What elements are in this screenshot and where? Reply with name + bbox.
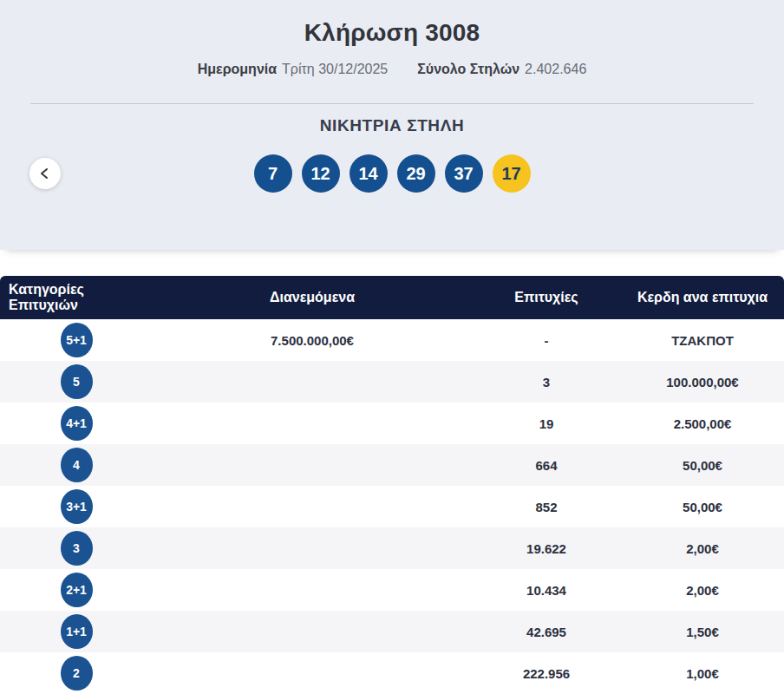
table-row: 4+1192.500,00€ [0,403,784,444]
date-label: Ημερομηνία [198,62,277,76]
draw-meta: ΗμερομηνίαΤρίτη 30/12/2025Σύνολο Στηλών2… [0,61,784,77]
category-cell: 2+1 [0,573,153,607]
table-body: 5+17.500.000,00€-ΤΖΑΚΠΟΤ53100.000,00€4+1… [0,319,784,694]
category-cell: 3+1 [0,489,153,524]
table-row: 2+110.4342,00€ [0,569,784,611]
winners-cell: 42.695 [472,625,621,639]
winners-cell: 10.434 [472,583,621,598]
total-columns-label: Σύνολο Στηλών [417,62,519,76]
chevron-left-icon [37,166,53,181]
table-row: 5+17.500.000,00€-ΤΖΑΚΠΟΤ [0,319,784,361]
table-header-cell: Κατηγορίες Επιτυχιών [0,282,153,313]
table-header-row: Κατηγορίες ΕπιτυχιώνΔιανεμόμεναΕπιτυχίες… [0,276,784,319]
winners-cell: - [472,333,621,348]
category-badge: 3+1 [61,489,93,524]
date-value: Τρίτη 30/12/2025 [282,62,388,76]
table-row: 2222.9561,00€ [0,652,784,694]
table-row: 3+185250,00€ [0,486,784,527]
previous-draw-button[interactable] [29,158,61,189]
winning-column-heading: ΝΙΚΗΤΡΙΑ ΣΤΗΛΗ [0,117,784,134]
table-row: 319.6222,00€ [0,527,784,569]
prize-cell: ΤΖΑΚΠΟΤ [621,333,784,348]
divider [30,103,754,104]
category-badge: 4+1 [61,406,93,441]
winners-cell: 664 [472,458,621,473]
prize-cell: 50,00€ [621,458,784,473]
table-row: 53100.000,00€ [0,361,784,403]
distributed-cell: 7.500.000,00€ [153,333,472,348]
winners-cell: 222.956 [472,666,621,681]
winning-number-ball: 14 [350,154,388,193]
winning-number-ball: 37 [445,154,483,193]
category-badge: 2+1 [61,573,93,607]
table-row: 466450,00€ [0,444,784,486]
winning-number-ball: 12 [302,154,340,193]
category-cell: 2 [0,656,153,691]
winning-numbers: 71214293717 [0,154,784,193]
page-title: Κλήρωση 3008 [0,19,784,47]
category-badge: 4 [61,448,93,482]
category-badge: 3 [61,531,93,566]
category-badge: 2 [61,656,93,691]
category-badge: 1+1 [61,614,93,649]
prize-cell: 100.000,00€ [621,375,784,390]
category-badge: 5 [61,364,93,399]
category-cell: 1+1 [0,614,153,649]
prize-cell: 1,50€ [621,625,784,639]
prize-cell: 2.500,00€ [621,416,784,431]
table-header-cell: Διανεμόμενα [153,290,472,305]
prize-cell: 2,00€ [621,541,784,556]
category-cell: 3 [0,531,153,566]
winners-cell: 19.622 [472,541,621,556]
category-badge: 5+1 [61,323,93,357]
results-table: Κατηγορίες ΕπιτυχιώνΔιανεμόμεναΕπιτυχίες… [0,276,784,694]
winners-cell: 19 [472,416,621,431]
winners-cell: 3 [472,375,621,390]
category-cell: 4 [0,448,153,482]
table-header-cell: Επιτυχίες [472,290,621,305]
prize-cell: 50,00€ [621,500,784,514]
total-columns-value: 2.402.646 [525,62,586,76]
winning-number-ball: 29 [397,154,435,193]
winners-cell: 852 [472,500,621,514]
category-cell: 4+1 [0,406,153,441]
bonus-number-ball: 17 [493,154,531,193]
prize-cell: 2,00€ [621,583,784,598]
draw-summary-section: Κλήρωση 3008 ΗμερομηνίαΤρίτη 30/12/2025Σ… [0,0,784,250]
winning-number-ball: 7 [254,154,292,193]
category-cell: 5 [0,364,153,399]
prize-cell: 1,00€ [621,666,784,681]
table-header-cell: Κερδη ανα επιτυχια [621,290,784,305]
table-row: 1+142.6951,50€ [0,611,784,652]
category-cell: 5+1 [0,323,153,357]
